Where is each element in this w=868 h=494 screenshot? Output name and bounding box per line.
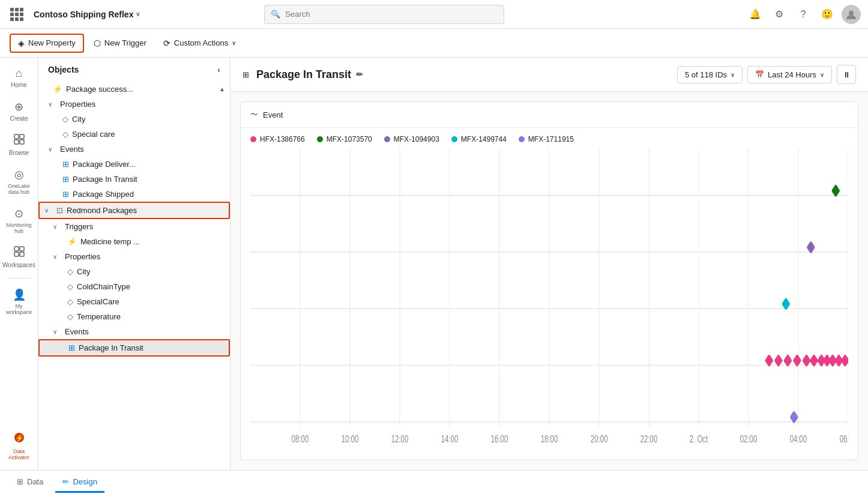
sidebar-item-special-care[interactable]: ◇ Special care: [38, 127, 230, 142]
new-property-button[interactable]: ◈ New Property: [10, 34, 84, 53]
help-button[interactable]: ?: [794, 5, 813, 24]
content-header-actions: 5 of 118 IDs ∨ 📅 Last 24 Hours ∨ ⏸: [677, 65, 856, 84]
toolbar: ◈ New Property ⬡ New Trigger ⟳ Custom Ac…: [0, 29, 868, 58]
time-filter-button[interactable]: 📅 Last 24 Hours ∨: [747, 66, 832, 83]
custom-actions-icon: ⟳: [163, 38, 170, 48]
nav-browse[interactable]: Browse: [2, 129, 36, 161]
package-shipped-icon: ⊞: [62, 190, 69, 199]
time-chevron-icon: ∨: [820, 71, 824, 78]
triggers-chevron: ∨: [53, 223, 61, 230]
svg-rect-2: [20, 134, 24, 139]
sidebar-item-redmond-packages[interactable]: ∨ ⊡ Redmond Packages: [38, 202, 230, 219]
cold-chain-icon: ◇: [67, 282, 73, 291]
new-trigger-button[interactable]: ⬡ New Trigger: [86, 35, 154, 52]
notification-button[interactable]: 🔔: [746, 5, 765, 24]
app-name[interactable]: Contoso Shipping Reflex ∨: [34, 10, 140, 19]
redmond-packages-icon: ⊡: [56, 206, 63, 215]
sidebar-item-special-care-2[interactable]: ◇ SpecialCare: [38, 294, 230, 309]
content-area: ⊞ Package In Transit ✏ 5 of 118 IDs ∨ 📅 …: [231, 58, 868, 470]
sidebar-group-properties-1[interactable]: ∨ Properties: [38, 97, 230, 112]
package-deliver-icon: ⊞: [62, 160, 69, 169]
legend-mfx-1499744: MFX-1499744: [451, 135, 507, 143]
browse-icon: [14, 134, 25, 148]
sidebar-item-city-1[interactable]: ◇ City: [38, 112, 230, 127]
sidebar-group-events-2[interactable]: ∨ Events: [38, 324, 230, 339]
svg-text:04:00: 04:00: [790, 433, 807, 445]
ids-chevron-icon: ∨: [731, 71, 735, 78]
sidebar-item-package-in-transit-1[interactable]: ⊞ Package In Transit: [38, 172, 230, 187]
svg-point-0: [849, 11, 854, 16]
sidebar-item-package-in-transit-2[interactable]: ⊞ Package In Transit: [38, 339, 230, 357]
settings-button[interactable]: ⚙: [770, 5, 789, 24]
city-2-icon: ◇: [67, 267, 73, 276]
svg-text:08:00: 08:00: [292, 433, 309, 445]
apps-grid-button[interactable]: [7, 5, 26, 24]
svg-text:⚡: ⚡: [14, 433, 23, 442]
nav-create[interactable]: ⊕ Create: [2, 95, 36, 127]
chart-svg: 08:00 10:00 12:00 14:00 16:00 18:00 20:0…: [250, 148, 848, 450]
svg-text:06:00: 06:00: [840, 433, 848, 445]
svg-text:02:00: 02:00: [740, 433, 758, 445]
sidebar-item-city-2[interactable]: ◇ City: [38, 264, 230, 279]
nav-my-workspace[interactable]: 👤 My workspace: [2, 283, 36, 320]
edit-title-icon[interactable]: ✏: [356, 70, 363, 79]
tab-design[interactable]: ✏ Design: [55, 472, 104, 493]
left-nav: ⌂ Home ⊕ Create Browse ◎ OneLake data hu…: [0, 58, 38, 470]
ids-filter-button[interactable]: 5 of 118 IDs ∨: [677, 66, 743, 83]
avatar[interactable]: [842, 5, 861, 24]
legend-mfx-1094903: MFX-1094903: [384, 135, 439, 143]
sidebar-item-medicine-temp[interactable]: ⚡ Medicine temp ...: [38, 234, 230, 249]
svg-rect-1: [14, 134, 19, 139]
package-success-icon: ⚡: [53, 85, 62, 94]
workspaces-icon: [14, 246, 25, 260]
svg-text:18:00: 18:00: [541, 433, 558, 445]
svg-rect-7: [14, 252, 19, 256]
special-care-2-icon: ◇: [67, 297, 73, 306]
topbar: Contoso Shipping Reflex ∨ 🔍 🔔 ⚙ ? 🙂: [0, 0, 868, 29]
custom-actions-chevron: ∨: [232, 40, 236, 46]
chart-box: 〜 Event HFX-1386766 MFX-1073570: [240, 101, 858, 460]
nav-data-activator[interactable]: ⚡ Data Activator: [2, 427, 36, 465]
svg-text:14:00: 14:00: [441, 433, 459, 445]
properties-2-chevron: ∨: [53, 253, 61, 260]
nav-home[interactable]: ⌂ Home: [2, 62, 36, 93]
custom-actions-button[interactable]: ⟳ Custom Actions ∨: [156, 35, 243, 52]
content-grid-icon: ⊞: [243, 70, 249, 79]
tab-data[interactable]: ⊞ Data: [10, 472, 50, 493]
sidebar-item-cold-chain-type[interactable]: ◇ ColdChainType: [38, 279, 230, 294]
svg-rect-4: [20, 140, 24, 144]
city-1-icon: ◇: [62, 115, 68, 124]
svg-rect-8: [20, 252, 24, 256]
special-care-icon: ◇: [62, 130, 68, 139]
sidebar-item-package-shipped[interactable]: ⊞ Package Shipped: [38, 187, 230, 202]
pause-button[interactable]: ⏸: [837, 65, 856, 84]
search-input[interactable]: [285, 10, 498, 19]
calendar-icon: 📅: [755, 70, 764, 79]
svg-text:16:00: 16:00: [491, 433, 508, 445]
legend-dot-mfx4: [519, 136, 525, 142]
sidebar-group-properties-2[interactable]: ∨ Properties: [38, 249, 230, 264]
legend-dot-hfx: [250, 136, 256, 142]
onelake-icon: ◎: [14, 168, 24, 181]
feedback-button[interactable]: 🙂: [818, 5, 837, 24]
nav-monitoring[interactable]: ⊙ Monitoring hub: [2, 202, 36, 239]
legend-dot-mfx3: [451, 136, 457, 142]
svg-text:10:00: 10:00: [342, 433, 359, 445]
sidebar-group-events-1[interactable]: ∨ Events: [38, 142, 230, 157]
search-bar[interactable]: 🔍: [264, 5, 504, 24]
sidebar-item-package-deliver[interactable]: ⊞ Package Deliver...: [38, 157, 230, 172]
sidebar-collapse-button[interactable]: ‹: [217, 65, 220, 74]
nav-onelake[interactable]: ◎ OneLake data hub: [2, 163, 36, 200]
sidebar-item-temperature[interactable]: ◇ Temperature: [38, 309, 230, 324]
svg-rect-5: [14, 247, 19, 251]
svg-text:20:00: 20:00: [591, 433, 608, 445]
svg-text:2. Oct: 2. Oct: [690, 433, 708, 445]
redmond-packages-chevron: ∨: [44, 207, 53, 214]
legend-dot-mfx1: [317, 136, 323, 142]
nav-workspaces[interactable]: Workspaces: [2, 241, 36, 273]
legend-mfx-1073570: MFX-1073570: [317, 135, 372, 143]
sidebar-group-triggers[interactable]: ∨ Triggers: [38, 219, 230, 234]
scroll-up-indicator: ▲: [219, 86, 225, 92]
new-trigger-icon: ⬡: [94, 38, 101, 48]
sidebar-item-package-success[interactable]: ⚡ Package success... ▲: [38, 82, 230, 97]
